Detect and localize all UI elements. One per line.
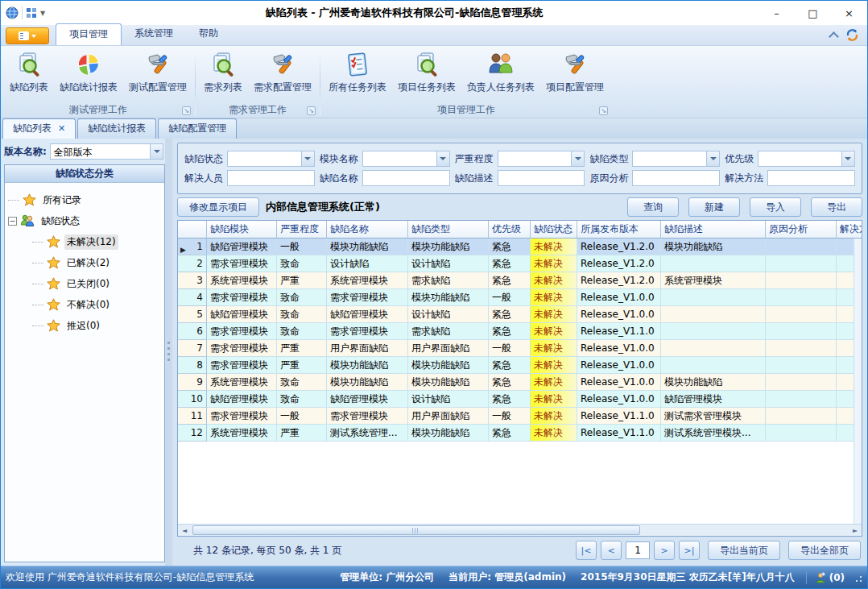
table-cell[interactable]: 需求管理模块 — [207, 357, 277, 374]
export-button[interactable]: 导出 — [811, 197, 862, 217]
column-header[interactable]: 缺陷描述 — [661, 221, 766, 239]
table-cell[interactable] — [661, 357, 766, 374]
row-number[interactable]: ▶1 — [178, 239, 207, 255]
column-header[interactable]: 缺陷状态 — [531, 221, 577, 239]
ribbon-tab-3[interactable]: 帮助 — [186, 23, 231, 45]
row-number[interactable]: 4 — [178, 289, 207, 306]
scroll-thumb[interactable] — [192, 525, 640, 535]
maximize-button[interactable]: □ — [795, 1, 831, 25]
table-cell[interactable]: 系统管理模块 — [327, 272, 408, 289]
chevron-down-icon[interactable] — [841, 151, 854, 166]
table-cell[interactable]: 模块功能缺陷 — [661, 374, 766, 391]
table-cell[interactable]: 缺陷管理模块 — [661, 391, 766, 408]
prev-page-button[interactable]: < — [601, 541, 622, 560]
row-number[interactable]: 9 — [178, 374, 207, 391]
table-cell[interactable]: 模块功能缺陷 — [408, 289, 489, 306]
table-cell[interactable] — [661, 289, 766, 306]
table-cell[interactable]: Release_V1.1.0 — [577, 425, 661, 442]
table-cell[interactable]: 模块功能缺陷 — [661, 239, 766, 255]
table-cell[interactable] — [766, 408, 837, 425]
table-cell[interactable]: 需求管理模块 — [207, 255, 277, 272]
status-cell[interactable]: 未解决 — [531, 425, 577, 442]
row-number[interactable]: 10 — [178, 391, 207, 408]
ribbon-button[interactable]: 所有任务列表 — [323, 48, 392, 96]
status-cell[interactable]: 未解决 — [531, 323, 577, 340]
table-cell[interactable]: 紧急 — [489, 255, 531, 272]
filter-input-缺陷描述[interactable] — [498, 170, 585, 186]
table-cell[interactable]: 模块功能缺陷 — [327, 357, 408, 374]
table-cell[interactable]: 系统管理模块 — [207, 272, 277, 289]
table-cell[interactable]: 模块功能缺陷 — [408, 374, 489, 391]
grid-icon[interactable] — [26, 7, 37, 19]
table-cell[interactable]: 严重 — [277, 272, 327, 289]
table-cell[interactable] — [661, 340, 766, 357]
table-cell[interactable]: 模块功能缺陷 — [327, 374, 408, 391]
ribbon-button[interactable]: 项目任务列表 — [392, 48, 461, 96]
table-cell[interactable] — [766, 357, 837, 374]
row-indicator-header[interactable] — [178, 221, 207, 239]
status-cell[interactable]: 未解决 — [531, 289, 577, 306]
table-cell[interactable]: 一般 — [277, 239, 327, 255]
ribbon-button[interactable]: 项目配置管理 — [540, 48, 610, 96]
query-button[interactable]: 查询 — [627, 197, 679, 217]
column-header[interactable]: 缺陷类型 — [408, 221, 489, 239]
ribbon-button[interactable]: 需求配置管理 — [248, 48, 317, 96]
status-cell[interactable]: 未解决 — [531, 239, 577, 255]
row-number[interactable]: 3 — [178, 272, 207, 289]
table-cell[interactable]: Release_V1.0.0 — [577, 357, 661, 374]
column-header[interactable]: 缺陷模块 — [207, 221, 277, 239]
chevron-down-icon[interactable] — [301, 151, 314, 166]
scroll-left-icon[interactable]: ◄ — [178, 525, 191, 536]
tree-item[interactable]: −缺陷状态 — [8, 210, 161, 231]
column-header[interactable]: 优先级 — [489, 221, 531, 239]
table-cell[interactable]: 模块功能缺陷 — [408, 425, 489, 442]
row-number[interactable]: 11 — [178, 408, 207, 425]
table-cell[interactable]: 模块功能缺陷 — [327, 239, 408, 255]
table-cell[interactable]: 需求管理模块 — [207, 323, 277, 340]
table-cell[interactable]: 需求管理模块 — [207, 289, 277, 306]
filter-input-缺陷名称[interactable] — [362, 170, 450, 186]
status-cell[interactable]: 未解决 — [531, 306, 577, 323]
status-cell[interactable]: 未解决 — [531, 255, 577, 272]
table-cell[interactable]: 致命 — [277, 255, 327, 272]
table-cell[interactable]: 严重 — [277, 425, 327, 442]
table-cell[interactable]: Release_V1.0.0 — [577, 391, 661, 408]
table-row[interactable]: 2需求管理模块致命设计缺陷设计缺陷紧急未解决Release_V1.2.0 — [178, 255, 862, 272]
table-cell[interactable]: 需求缺陷 — [408, 272, 489, 289]
tree-item[interactable]: 推迟(0) — [8, 315, 161, 336]
table-cell[interactable]: 设计缺陷 — [408, 391, 489, 408]
filter-input-解决人员[interactable] — [227, 170, 315, 186]
vertical-scrollbar[interactable] — [854, 239, 862, 524]
table-cell[interactable]: 一般 — [489, 289, 531, 306]
ribbon-button[interactable]: 测试配置管理 — [123, 48, 192, 96]
table-cell[interactable]: 模块功能缺陷 — [408, 357, 489, 374]
table-cell[interactable]: 测试需求管理模块 — [661, 408, 766, 425]
status-cell[interactable]: 未解决 — [531, 374, 577, 391]
table-row[interactable]: ▶1缺陷管理模块一般模块功能缺陷模块功能缺陷紧急未解决Release_V1.2.… — [178, 239, 862, 255]
table-row[interactable]: 5缺陷管理模块致命缺陷管理模块设计缺陷紧急未解决Release_V1.0.0 — [178, 306, 862, 323]
dialog-launcher-icon[interactable]: ↘ — [307, 106, 316, 115]
row-number[interactable]: 2 — [178, 255, 207, 272]
column-header[interactable]: 解决方法 — [837, 221, 862, 239]
table-cell[interactable]: 紧急 — [489, 425, 531, 442]
doc-tab-2[interactable]: 缺陷统计报表 — [77, 118, 156, 139]
table-cell[interactable]: 致命 — [277, 391, 327, 408]
collapse-ribbon-icon[interactable] — [829, 31, 839, 42]
table-cell[interactable]: 系统管理模块 — [207, 425, 277, 442]
close-tab-icon[interactable]: ✕ — [58, 123, 65, 134]
table-cell[interactable]: 缺陷管理模块 — [327, 306, 408, 323]
table-cell[interactable] — [766, 425, 837, 442]
scroll-track[interactable] — [191, 525, 849, 536]
table-cell[interactable]: 测试系统管理... — [327, 425, 408, 442]
table-cell[interactable]: 系统管理模块 — [661, 272, 766, 289]
table-cell[interactable]: 需求管理模块 — [327, 408, 408, 425]
help-icon[interactable] — [845, 28, 859, 42]
status-cell[interactable]: 未解决 — [531, 408, 577, 425]
table-cell[interactable]: 缺陷管理模块 — [327, 391, 408, 408]
table-cell[interactable]: 设计缺陷 — [408, 306, 489, 323]
table-cell[interactable]: 设计缺陷 — [408, 255, 489, 272]
table-cell[interactable]: Release_V1.0.0 — [577, 289, 661, 306]
version-combobox[interactable]: 全部版本 — [50, 143, 163, 160]
column-header[interactable]: 所属发布版本 — [577, 221, 661, 239]
filter-combobox-模块名称[interactable] — [362, 151, 450, 167]
